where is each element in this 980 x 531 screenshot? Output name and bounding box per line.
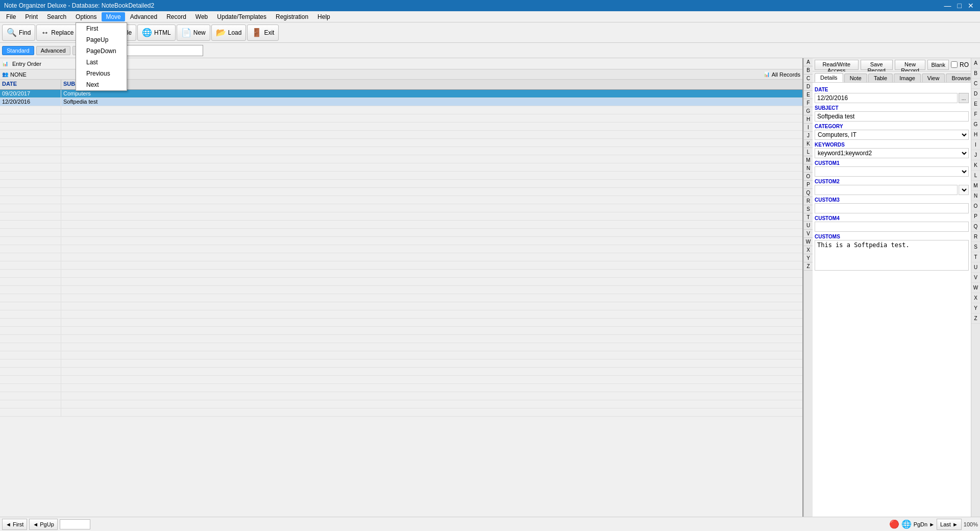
table-row[interactable] — [0, 319, 802, 327]
menu-advanced[interactable]: Advanced — [126, 12, 161, 21]
date-dots-button[interactable]: ... — [959, 93, 969, 103]
detail-alpha-m[interactable]: M — [971, 181, 980, 191]
detail-alpha-c[interactable]: C — [971, 79, 980, 89]
col-date-header[interactable]: DATE — [0, 80, 61, 89]
tab-advanced[interactable]: Advanced — [36, 46, 70, 55]
table-row[interactable]: 09/20/2017 Computers — [0, 90, 802, 98]
alpha-l[interactable]: L — [804, 148, 813, 156]
tab-standard[interactable]: Standard — [2, 46, 34, 55]
replace-button[interactable]: ↔ Replace — [36, 25, 78, 41]
menu-options[interactable]: Options — [71, 12, 101, 21]
detail-alpha-d[interactable]: D — [971, 89, 980, 99]
menu-move-pagedown[interactable]: PageDown — [76, 45, 127, 57]
table-row[interactable] — [0, 180, 802, 188]
table-row[interactable] — [0, 351, 802, 359]
status-icon-2[interactable]: 🌐 — [901, 519, 912, 529]
table-row[interactable] — [0, 376, 802, 384]
table-row[interactable] — [0, 237, 802, 245]
detail-alpha-q[interactable]: Q — [971, 222, 980, 232]
detail-alpha-r[interactable]: R — [971, 232, 980, 242]
first-button[interactable]: ◄ First — [2, 519, 27, 530]
detail-alpha-g[interactable]: G — [971, 119, 980, 130]
alpha-e[interactable]: E — [804, 91, 813, 99]
table-row[interactable] — [0, 123, 802, 131]
alpha-d[interactable]: D — [804, 83, 813, 91]
custom2-dropdown[interactable] — [959, 185, 969, 195]
category-select[interactable]: Computers, IT — [815, 130, 969, 140]
tab-image[interactable]: Image — [894, 74, 921, 82]
detail-alpha-n[interactable]: N — [971, 191, 980, 201]
table-row[interactable] — [0, 310, 802, 319]
detail-alpha-b[interactable]: B — [971, 68, 980, 79]
table-row[interactable] — [0, 294, 802, 302]
maximize-button[interactable]: □ — [955, 2, 964, 10]
detail-alpha-j[interactable]: J — [971, 150, 980, 160]
minimize-button[interactable]: — — [942, 2, 953, 10]
blank-button[interactable]: Blank — [927, 60, 949, 70]
table-row[interactable] — [0, 204, 802, 212]
detail-alpha-u[interactable]: U — [971, 262, 980, 273]
alpha-x[interactable]: X — [804, 246, 813, 254]
table-row[interactable] — [0, 335, 802, 343]
table-row[interactable] — [0, 188, 802, 196]
alpha-t[interactable]: T — [804, 213, 813, 222]
menu-move-pageup[interactable]: PageUp — [76, 34, 127, 45]
table-row[interactable] — [0, 368, 802, 376]
table-row[interactable] — [0, 400, 802, 408]
save-record-button[interactable]: Save Record — [861, 60, 893, 70]
new-button[interactable]: 📄 New — [177, 25, 210, 41]
table-row[interactable] — [0, 139, 802, 147]
read-write-access-button[interactable]: Read/Write Access — [815, 60, 859, 70]
detail-alpha-a[interactable]: A — [971, 58, 980, 68]
alpha-i[interactable]: I — [804, 124, 813, 132]
alpha-r[interactable]: R — [804, 197, 813, 205]
table-row[interactable] — [0, 270, 802, 278]
detail-alpha-p[interactable]: P — [971, 211, 980, 222]
table-row[interactable] — [0, 359, 802, 368]
table-row[interactable] — [0, 106, 802, 114]
table-row[interactable] — [0, 408, 802, 417]
keywords-select[interactable]: keyword1;keyword2 — [815, 148, 969, 158]
ro-checkbox[interactable] — [951, 61, 958, 68]
tab-table[interactable]: Table — [868, 74, 893, 82]
table-row[interactable] — [0, 196, 802, 204]
alpha-q[interactable]: Q — [804, 189, 813, 197]
custom1-select[interactable] — [815, 166, 969, 177]
detail-alpha-o[interactable]: O — [971, 201, 980, 211]
alpha-k[interactable]: K — [804, 140, 813, 148]
table-row[interactable] — [0, 327, 802, 335]
alpha-m[interactable]: M — [804, 156, 813, 164]
table-row[interactable] — [0, 229, 802, 237]
page-info-input[interactable] — [60, 519, 90, 529]
alpha-z[interactable]: Z — [804, 262, 813, 271]
subject-field-value[interactable]: Softpedia test — [815, 111, 969, 122]
alpha-n[interactable]: N — [804, 164, 813, 173]
alpha-v[interactable]: V — [804, 230, 813, 238]
menu-record[interactable]: Record — [162, 12, 190, 21]
alpha-h[interactable]: H — [804, 115, 813, 124]
tab-details[interactable]: Details — [815, 73, 843, 82]
menu-search[interactable]: Search — [43, 12, 70, 21]
alpha-s[interactable]: S — [804, 205, 813, 213]
alpha-b[interactable]: B — [804, 66, 813, 75]
alpha-a[interactable]: A — [804, 58, 813, 66]
detail-alpha-l[interactable]: L — [971, 171, 980, 181]
new-record-button[interactable]: New Record — [895, 60, 926, 70]
detail-alpha-k[interactable]: K — [971, 160, 980, 171]
alpha-u[interactable]: U — [804, 222, 813, 230]
detail-alpha-h[interactable]: H — [971, 130, 980, 140]
find-button[interactable]: 🔍 Find — [2, 25, 35, 41]
detail-alpha-t[interactable]: T — [971, 252, 980, 262]
html-button[interactable]: 🌐 HTML — [137, 25, 176, 41]
table-row[interactable] — [0, 286, 802, 294]
tab-view[interactable]: View — [922, 74, 945, 82]
detail-alpha-s[interactable]: S — [971, 242, 980, 252]
table-row[interactable] — [0, 343, 802, 351]
detail-alpha-f[interactable]: F — [971, 109, 980, 119]
table-row[interactable] — [0, 172, 802, 180]
detail-alpha-x[interactable]: X — [971, 293, 980, 303]
menu-move[interactable]: Move — [102, 12, 125, 21]
table-row[interactable] — [0, 278, 802, 286]
detail-alpha-v[interactable]: V — [971, 273, 980, 283]
close-button[interactable]: ✕ — [966, 2, 976, 10]
